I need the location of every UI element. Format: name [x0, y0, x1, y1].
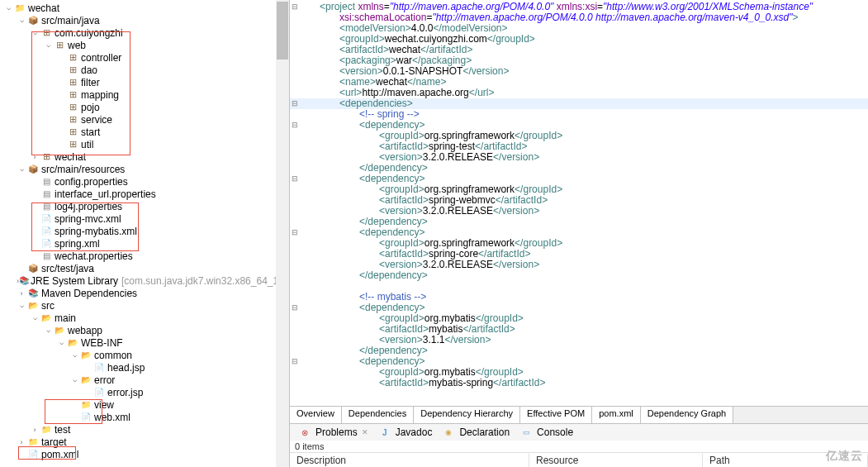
editor-tab-pom.xml[interactable]: pom.xml	[592, 407, 641, 423]
fold-icon[interactable]	[290, 109, 300, 120]
code-line[interactable]: <groupId>org.springframework</groupId>	[290, 184, 868, 195]
editor-tab-dependency-graph[interactable]: Dependency Graph	[641, 407, 733, 423]
fold-icon[interactable]	[290, 45, 300, 55]
fold-icon[interactable]	[290, 335, 300, 345]
fold-icon[interactable]	[290, 141, 300, 152]
expand-icon[interactable]: ›	[17, 438, 26, 446]
fold-icon[interactable]: ⊟	[290, 303, 300, 313]
editor-tab-overview[interactable]: Overview	[290, 407, 342, 423]
view-tab-console[interactable]: Console	[515, 426, 578, 439]
expand-icon[interactable]: ›	[30, 426, 40, 434]
code-line[interactable]: ⊟<dependency>	[290, 303, 868, 313]
tree-node-target[interactable]: ›target	[0, 436, 289, 448]
tree-node-com-cuiyongzhi[interactable]: ⌵com.cuiyongzhi	[0, 26, 289, 39]
code-line[interactable]: <artifactId>mybatis</artifactId>	[290, 324, 868, 335]
fold-icon[interactable]	[290, 281, 300, 292]
tree-node-src[interactable]: ⌵src	[0, 299, 289, 312]
code-line[interactable]: ⊟<dependency>	[290, 356, 868, 367]
tree-node-error[interactable]: ⌵error	[0, 374, 289, 386]
tree-node-controller[interactable]: controller	[0, 51, 289, 64]
fold-icon[interactable]	[290, 345, 300, 356]
expand-icon[interactable]: ⌵	[17, 301, 26, 309]
tree-node-pojo[interactable]: pojo	[0, 101, 289, 113]
expand-icon[interactable]: ⌵	[17, 16, 26, 24]
tree-node-web[interactable]: ⌵web	[0, 39, 289, 51]
fold-icon[interactable]	[290, 324, 300, 335]
tree-node-head-jsp[interactable]: head.jsp	[0, 361, 289, 374]
tree-node-start[interactable]: start	[0, 126, 289, 138]
tree-node-Maven-Dependencies[interactable]: ›Maven Dependencies	[0, 287, 289, 299]
fold-icon[interactable]	[290, 184, 300, 195]
fold-icon[interactable]	[290, 292, 300, 303]
expand-icon[interactable]: ⌵	[69, 350, 79, 359]
close-icon[interactable]: ✕	[362, 428, 368, 436]
fold-icon[interactable]	[290, 131, 300, 141]
expand-icon[interactable]: ⌵	[43, 41, 53, 49]
fold-icon[interactable]: ⊟	[290, 356, 300, 367]
expand-icon[interactable]: ⌵	[69, 375, 79, 384]
fold-icon[interactable]	[290, 23, 300, 34]
code-line[interactable]: <groupId>org.springframework</groupId>	[290, 131, 868, 141]
tree-node-wechat-properties[interactable]: wechat.properties	[0, 250, 289, 262]
tree-node-web-xml[interactable]: web.xml	[0, 411, 289, 423]
tree-node-spring-xml[interactable]: spring.xml	[0, 237, 289, 250]
fold-icon[interactable]	[290, 163, 300, 174]
column-header-description[interactable]: Description	[290, 454, 529, 467]
fold-icon[interactable]	[290, 66, 300, 77]
fold-icon[interactable]	[290, 249, 300, 260]
code-line[interactable]: <artifactId>spring-core</artifactId>	[290, 249, 868, 260]
fold-icon[interactable]	[290, 88, 300, 98]
view-tab-problems[interactable]: Problems✕	[293, 426, 373, 439]
view-tab-javadoc[interactable]: Javadoc	[373, 426, 438, 439]
tree-node-src-test-java[interactable]: src/test/java	[0, 262, 289, 274]
fold-icon[interactable]	[290, 217, 300, 227]
fold-icon[interactable]: ⊟	[290, 98, 300, 109]
tree-node-config-properties[interactable]: config.properties	[0, 175, 289, 188]
fold-icon[interactable]	[290, 34, 300, 45]
fold-icon[interactable]	[290, 238, 300, 249]
fold-icon[interactable]: ⊟	[290, 120, 300, 131]
code-line[interactable]: <artifactId>spring-test</artifactId>	[290, 141, 868, 152]
tree-node-wechat[interactable]: ⌵wechat	[0, 2, 289, 14]
code-line[interactable]: ⊟<dependency>	[290, 227, 868, 238]
view-tab-declaration[interactable]: Declaration	[437, 426, 515, 439]
tree-node-util[interactable]: util	[0, 138, 289, 150]
code-line[interactable]: ⊟<dependency>	[290, 120, 868, 131]
fold-icon[interactable]	[290, 367, 300, 378]
fold-icon[interactable]	[290, 152, 300, 163]
code-line[interactable]: </dependency>	[290, 270, 868, 281]
fold-icon[interactable]	[290, 206, 300, 217]
tree-node-pom-xml[interactable]: pom.xml	[0, 448, 289, 460]
fold-icon[interactable]	[290, 270, 300, 281]
code-line[interactable]: <groupId>org.springframework</groupId>	[290, 238, 868, 249]
expand-icon[interactable]: ⌵	[30, 313, 40, 322]
fold-icon[interactable]	[290, 12, 300, 23]
code-line[interactable]: <artifactId>mybatis-spring</artifactId>	[290, 378, 868, 388]
code-line[interactable]: <groupId>org.mybatis</groupId>	[290, 367, 868, 378]
editor-tab-dependencies[interactable]: Dependencies	[342, 407, 414, 423]
tree-node-service[interactable]: service	[0, 113, 289, 126]
tree-node-common[interactable]: ⌵common	[0, 349, 289, 361]
scrollbar[interactable]	[276, 0, 289, 467]
expand-icon[interactable]: ⌵	[43, 326, 53, 334]
fold-icon[interactable]	[290, 378, 300, 388]
tree-node-interface_url-properties[interactable]: interface_url.properties	[0, 188, 289, 200]
fold-icon[interactable]: ⊟	[290, 174, 300, 184]
tree-node-src-main-resources[interactable]: ⌵src/main/resources	[0, 163, 289, 175]
expand-icon[interactable]: ›	[17, 289, 26, 298]
tree-node-main[interactable]: ⌵main	[0, 312, 289, 324]
fold-icon[interactable]	[290, 260, 300, 270]
editor-tab-dependency-hierarchy[interactable]: Dependency Hierarchy	[414, 407, 520, 423]
tree-node-WEB-INF[interactable]: ⌵WEB-INF	[0, 336, 289, 349]
expand-icon[interactable]: ⌵	[3, 3, 13, 12]
tree-node-log4j-properties[interactable]: log4j.properties	[0, 200, 289, 212]
tree-node-spring-mybatis-xml[interactable]: spring-mybatis.xml	[0, 225, 289, 237]
tree-node-filter[interactable]: filter	[0, 76, 289, 88]
tree-node-wechat[interactable]: ›wechat	[0, 150, 289, 163]
column-header-path[interactable]: Path	[703, 454, 868, 467]
fold-icon[interactable]	[290, 195, 300, 206]
xml-editor[interactable]: ⊟<project xmlns="http://maven.apache.org…	[290, 0, 868, 406]
column-header-resource[interactable]: Resource	[529, 454, 703, 467]
tree-node-spring-mvc-xml[interactable]: spring-mvc.xml	[0, 212, 289, 225]
fold-icon[interactable]: ⊟	[290, 2, 300, 12]
